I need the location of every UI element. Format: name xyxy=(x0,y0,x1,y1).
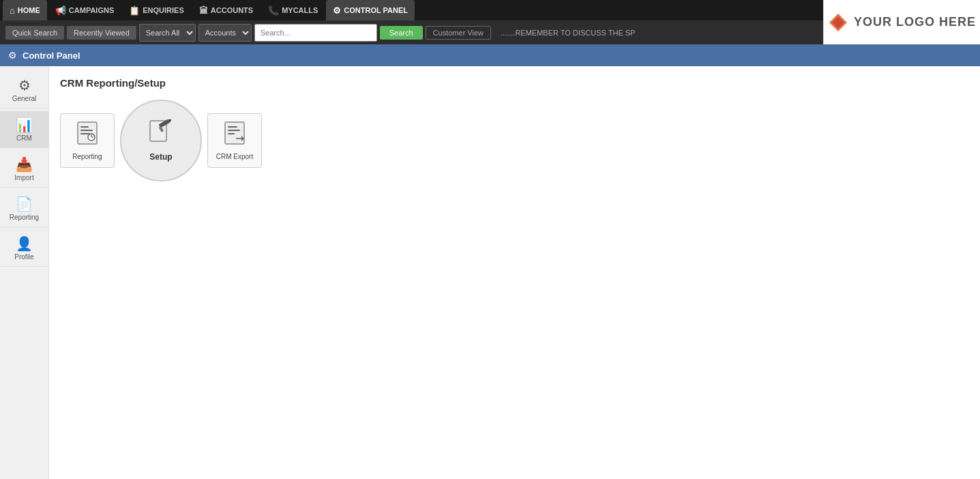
profile-icon: 👤 xyxy=(16,235,33,252)
svg-rect-14 xyxy=(228,126,237,128)
recently-viewed-button[interactable]: Recently Viewed xyxy=(67,26,136,40)
general-icon: ⚙ xyxy=(18,77,31,93)
svg-rect-16 xyxy=(228,133,235,134)
crm-icon: 📊 xyxy=(16,117,33,133)
sidebar-item-general[interactable]: ⚙ General xyxy=(0,72,48,108)
quick-search-button[interactable]: Quick Search xyxy=(5,26,64,40)
tile-crm-export-label: CRM Export xyxy=(216,153,253,160)
page-title: CRM Reporting/Setup xyxy=(60,77,969,89)
tile-crm-export[interactable]: CRM Export xyxy=(207,113,262,168)
nav-label-enquiries: ENQUIRIES xyxy=(143,6,184,14)
nav-item-controlpanel[interactable]: ⚙ CONTROL PANEL xyxy=(326,0,415,20)
sidebar-item-profile[interactable]: 👤 Profile xyxy=(0,230,48,267)
svg-rect-4 xyxy=(80,130,93,131)
home-icon: ⌂ xyxy=(10,5,15,16)
sidebar-item-reporting[interactable]: 📄 Reporting xyxy=(0,190,48,227)
content-area: CRM Reporting/Setup Reporting xyxy=(49,66,980,479)
tile-setup-icon xyxy=(149,119,173,149)
logo-icon xyxy=(828,12,848,33)
import-icon: 📥 xyxy=(16,156,33,173)
customer-view-button[interactable]: Customer View xyxy=(426,26,491,40)
sidebar-label-crm: CRM xyxy=(16,134,32,142)
svg-rect-13 xyxy=(225,122,244,144)
accounts-icon: 🏛 xyxy=(199,5,208,16)
sidebar: ⚙ General 📊 CRM 📥 Import 📄 Reporting 👤 P… xyxy=(0,66,49,479)
tile-reporting[interactable]: Reporting xyxy=(60,113,115,168)
svg-rect-5 xyxy=(80,133,90,134)
tile-setup[interactable]: Setup xyxy=(149,119,173,162)
controlpanel-icon: ⚙ xyxy=(333,5,341,16)
sidebar-item-import[interactable]: 📥 Import xyxy=(0,151,48,188)
nav-item-home[interactable]: ⌂ HOME xyxy=(3,0,47,20)
logo-content: YOUR LoGo HERE xyxy=(828,12,976,33)
nav-label-controlpanel: CONTROL PANEL xyxy=(344,6,408,14)
nav-label-mycalls: MYCALLS xyxy=(282,6,318,14)
search-all-dropdown[interactable]: Search All xyxy=(139,24,196,42)
tile-crm-export-icon xyxy=(224,121,246,150)
nav-item-campaigns[interactable]: 📢 CAMPAIGNS xyxy=(48,0,121,20)
enquiries-icon: 📋 xyxy=(129,5,140,16)
sidebar-label-reporting: Reporting xyxy=(10,214,39,221)
tile-reporting-label: Reporting xyxy=(72,153,102,160)
sidebar-label-import: Import xyxy=(14,174,33,182)
mycalls-icon: 📞 xyxy=(268,5,279,16)
marquee-text: .......REMEMBER TO DISCUSS THE SP xyxy=(501,29,635,37)
tile-setup-label: Setup xyxy=(149,152,172,162)
nav-item-accounts[interactable]: 🏛 ACCOUNTS xyxy=(192,0,260,20)
accounts-dropdown[interactable]: Accounts xyxy=(198,24,252,42)
breadcrumb-title: Control Panel xyxy=(23,50,80,61)
search-input[interactable] xyxy=(254,24,377,42)
nav-label-campaigns: CAMPAIGNS xyxy=(69,6,114,14)
nav-label-home: HOME xyxy=(18,6,40,14)
nav-label-accounts: ACCOUNTS xyxy=(211,6,253,14)
search-button[interactable]: Search xyxy=(380,26,423,40)
sidebar-label-profile: Profile xyxy=(14,253,33,261)
main-layout: ⚙ General 📊 CRM 📥 Import 📄 Reporting 👤 P… xyxy=(0,66,980,479)
logo-area: YOUR LoGo HERE xyxy=(823,0,980,44)
tile-reporting-icon xyxy=(76,121,98,150)
svg-rect-3 xyxy=(80,126,89,128)
reporting-icon: 📄 xyxy=(16,196,33,212)
breadcrumb-icon: ⚙ xyxy=(8,50,17,61)
breadcrumb-bar: ⚙ Control Panel xyxy=(0,44,980,66)
campaigns-icon: 📢 xyxy=(55,5,66,16)
sidebar-label-general: General xyxy=(12,95,37,102)
sidebar-item-crm[interactable]: 📊 CRM xyxy=(0,111,48,148)
logo-text: YOUR LoGo HERE xyxy=(854,15,976,29)
icon-grid: Reporting xyxy=(60,100,969,182)
setup-highlight: Setup xyxy=(120,100,202,182)
svg-rect-15 xyxy=(228,130,240,131)
nav-item-enquiries[interactable]: 📋 ENQUIRIES xyxy=(122,0,191,20)
nav-item-mycalls[interactable]: 📞 MYCALLS xyxy=(261,0,325,20)
